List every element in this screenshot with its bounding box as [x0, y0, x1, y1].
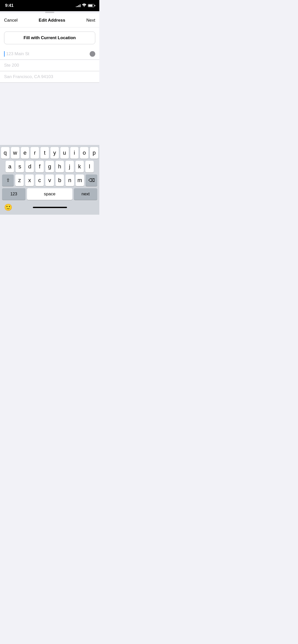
key-v[interactable]: v	[45, 174, 54, 186]
keyboard-row-1: q w e r t y u i o p	[1, 147, 98, 159]
key-p[interactable]: p	[90, 147, 98, 159]
key-h[interactable]: h	[56, 161, 64, 172]
key-a[interactable]: a	[6, 161, 14, 172]
address-fields	[0, 48, 99, 83]
drag-handle	[90, 51, 95, 57]
status-time: 9:41	[5, 3, 13, 8]
next-keyboard-key[interactable]: next	[74, 188, 97, 200]
nav-title: Edit Address	[39, 18, 65, 23]
modal-handle-area	[0, 11, 99, 13]
shift-key[interactable]: ⇧	[2, 174, 14, 186]
next-button[interactable]: Next	[86, 18, 95, 23]
key-e[interactable]: e	[21, 147, 29, 159]
street-field-wrapper	[0, 48, 99, 60]
key-w[interactable]: w	[11, 147, 19, 159]
signal-icon	[76, 4, 80, 7]
nav-bar: Cancel Edit Address Next	[0, 13, 99, 27]
key-y[interactable]: y	[50, 147, 59, 159]
key-m[interactable]: m	[76, 174, 84, 186]
status-bar: 9:41	[0, 0, 99, 11]
numbers-key[interactable]: 123	[2, 188, 25, 200]
battery-icon	[88, 4, 94, 7]
emoji-button[interactable]: 🙂	[4, 203, 12, 211]
key-x[interactable]: x	[25, 174, 34, 186]
keyboard-row-4: 123 space next	[1, 188, 98, 200]
key-t[interactable]: t	[40, 147, 49, 159]
key-o[interactable]: o	[80, 147, 88, 159]
keyboard-row-2: a s d f g h j k l	[1, 161, 98, 172]
key-n[interactable]: n	[65, 174, 74, 186]
keyboard: q w e r t y u i o p a s d f g h j k l ⇧	[0, 145, 99, 215]
pull-handle	[45, 12, 54, 13]
keyboard-bottom-bar: 🙂	[0, 202, 99, 215]
key-r[interactable]: r	[31, 147, 39, 159]
home-indicator	[33, 207, 67, 208]
delete-key[interactable]: ⌫	[86, 174, 97, 186]
text-cursor	[4, 51, 5, 57]
key-g[interactable]: g	[45, 161, 54, 172]
key-s[interactable]: s	[16, 161, 24, 172]
key-j[interactable]: j	[65, 161, 74, 172]
keyboard-rows: q w e r t y u i o p a s d f g h j k l ⇧	[0, 145, 99, 202]
key-l[interactable]: l	[85, 161, 94, 172]
space-key[interactable]: space	[27, 188, 72, 200]
key-f[interactable]: f	[35, 161, 44, 172]
key-c[interactable]: c	[35, 174, 44, 186]
status-icons	[76, 4, 94, 8]
street-input[interactable]	[5, 51, 95, 56]
fill-location-button[interactable]: Fill with Current Location	[4, 32, 95, 44]
svg-point-0	[84, 6, 85, 7]
key-q[interactable]: q	[1, 147, 9, 159]
wifi-icon	[82, 4, 86, 8]
content-area: Fill with Current Location	[0, 27, 99, 48]
key-d[interactable]: d	[25, 161, 34, 172]
key-i[interactable]: i	[70, 147, 79, 159]
city-state-zip-field-wrapper	[0, 71, 99, 83]
keyboard-row-3: ⇧ z x c v b n m ⌫	[1, 174, 98, 186]
suite-field-wrapper	[0, 60, 99, 71]
suite-input[interactable]	[4, 63, 95, 68]
key-k[interactable]: k	[75, 161, 84, 172]
empty-area	[0, 83, 99, 134]
cancel-button[interactable]: Cancel	[4, 18, 18, 23]
key-u[interactable]: u	[60, 147, 69, 159]
key-z[interactable]: z	[15, 174, 24, 186]
city-state-zip-input[interactable]	[4, 74, 95, 79]
key-b[interactable]: b	[56, 174, 64, 186]
